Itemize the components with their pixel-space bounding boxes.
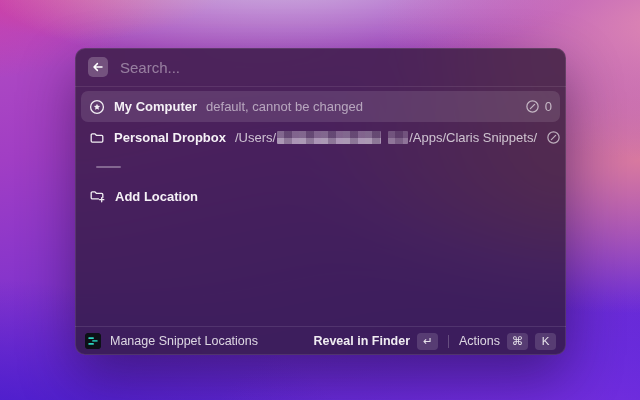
snippet-locations-window: My Computer default, cannot be changed 0… <box>75 48 566 355</box>
snippet-count-group: 0 <box>525 99 552 114</box>
location-title: My Computer <box>114 99 197 114</box>
redacted-path-block <box>388 131 408 144</box>
footer-bar: Manage Snippet Locations Reveal in Finde… <box>75 326 566 355</box>
snippet-count: 0 <box>545 99 552 114</box>
location-path: /Users//Apps/Claris Snippets/ <box>235 130 537 145</box>
path-suffix: /Apps/Claris Snippets/ <box>409 130 537 145</box>
folder-plus-icon <box>89 188 106 205</box>
add-location-label: Add Location <box>115 189 198 204</box>
command-keycap: ⌘ <box>507 333 528 350</box>
reveal-in-finder-button[interactable]: Reveal in Finder <box>313 334 410 348</box>
location-list: My Computer default, cannot be changed 0… <box>75 87 566 326</box>
k-keycap: K <box>535 333 556 350</box>
redacted-path-block <box>277 131 381 144</box>
footer-title: Manage Snippet Locations <box>110 334 258 348</box>
add-location-item[interactable]: Add Location <box>81 181 560 212</box>
location-title: Personal Dropbox <box>114 130 226 145</box>
list-item-personal-dropbox[interactable]: Personal Dropbox /Users//Apps/Claris Sni… <box>81 122 560 153</box>
folder-icon <box>89 130 105 146</box>
back-button[interactable] <box>88 57 108 77</box>
star-circle-icon <box>89 99 105 115</box>
list-item-my-computer[interactable]: My Computer default, cannot be changed 0 <box>81 91 560 122</box>
snippet-count-group: 2 <box>546 130 566 145</box>
search-bar <box>75 48 566 87</box>
actions-button[interactable]: Actions <box>459 334 500 348</box>
arrow-left-icon <box>92 61 104 73</box>
return-keycap: ↵ <box>417 333 438 350</box>
section-divider <box>96 166 121 168</box>
footer-actions: Reveal in Finder ↵ Actions ⌘ K <box>313 333 556 350</box>
circle-slash-icon <box>525 99 540 114</box>
location-subtitle: default, cannot be changed <box>206 99 363 114</box>
search-input[interactable] <box>120 59 553 76</box>
circle-slash-icon <box>546 130 561 145</box>
footer-divider <box>448 335 449 348</box>
claris-snippets-app-icon <box>85 333 101 349</box>
path-prefix: /Users/ <box>235 130 276 145</box>
